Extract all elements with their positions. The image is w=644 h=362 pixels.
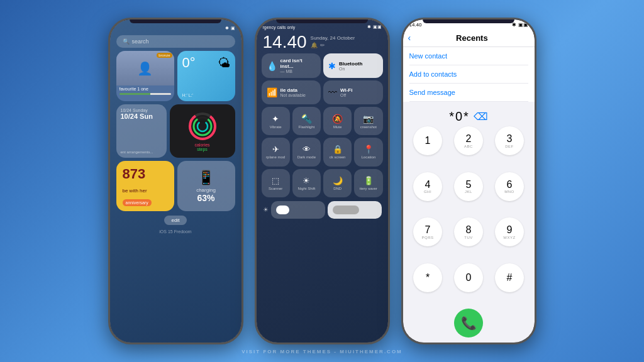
cc-btn-flashlight[interactable]: 🔦 Flashlight <box>292 107 321 135</box>
call-button[interactable]: 📞 <box>454 309 483 337</box>
cc-tile-bluetooth[interactable]: ✱ Bluetooth On <box>323 53 383 78</box>
fitness-ring <box>187 111 218 141</box>
key-3[interactable]: 3 DEF <box>495 126 524 155</box>
cc-tile-data-text: card isn't inst... — MB <box>280 58 316 74</box>
flashlight-label: Flashlight <box>299 125 315 129</box>
bt-title: Bluetooth <box>339 61 362 67</box>
delete-button[interactable]: ⌫ <box>474 111 488 123</box>
p3-time: 14.40 <box>409 22 422 28</box>
cc-brightness-controls: ☀ <box>260 200 384 220</box>
battery-percentage: 63% <box>197 193 214 203</box>
key-0-num: 0 <box>466 272 472 283</box>
key-4[interactable]: 4 GHI <box>413 172 442 201</box>
edit-icon: ✏ <box>320 42 325 48</box>
steps-label: steps <box>197 147 208 151</box>
count-number: 873 <box>123 166 168 182</box>
cc-tile-data[interactable]: 💧 card isn't inst... — MB <box>262 53 321 78</box>
back-button[interactable]: ‹ <box>408 33 411 43</box>
key-1[interactable]: 1 <box>413 126 442 155</box>
data-title: card isn't inst... <box>280 58 316 69</box>
brightness-bar-2[interactable] <box>328 201 382 219</box>
widget-photo[interactable]: 👤 bronze favourite 1 one <box>116 51 174 101</box>
brightness-low-icon: ☀ <box>263 206 269 213</box>
widget-row-3: 873 be with her anniversary 📱 charging 6… <box>114 161 238 211</box>
lockscreen-label: ck screen <box>330 155 346 159</box>
brightness-bar-1[interactable] <box>271 201 325 219</box>
search-bar[interactable]: 🔍 search <box>116 35 235 48</box>
cc-btn-battery-saver[interactable]: 🔋 ttery saver <box>354 169 382 197</box>
key-6-letters: MNO <box>504 190 514 194</box>
key-7[interactable]: 7 PQRS <box>413 217 442 246</box>
photo-badge: bronze <box>157 53 172 58</box>
cc-tile-mobile[interactable]: 📶 ile data Not available <box>262 80 321 104</box>
widget-weather[interactable]: 0° 🌤 H:' L:' <box>177 51 235 101</box>
cc-buttons-row3: ⬚ Scanner ☀ Night Shift 🌙 DND 🔋 ttery sa… <box>260 169 384 197</box>
cc-btn-nightshift[interactable]: ☀ Night Shift <box>292 169 321 197</box>
key-7-num: 7 <box>425 224 431 236</box>
calendar-sub: 10/24 Sunday <box>121 108 162 112</box>
key-2[interactable]: 2 ABC <box>454 126 483 155</box>
cc-btn-dnd[interactable]: 🌙 DND <box>323 169 352 197</box>
cc-btn-mute[interactable]: 🔕 Mute <box>323 107 352 135</box>
dialed-number: *0* <box>449 109 470 124</box>
key-6[interactable]: 6 MNO <box>495 172 524 201</box>
recents-header: ‹ Recents <box>403 30 535 47</box>
location-label: Location <box>362 155 376 159</box>
dnd-label: DND <box>333 187 341 190</box>
widget-row-2: 10/24 Sunday 10/24 Sun ent arrangements.… <box>114 104 238 158</box>
battery-saver-label: ttery saver <box>360 187 377 190</box>
widget-count[interactable]: 873 be with her anniversary <box>116 161 174 211</box>
cc-btn-screenshot[interactable]: 📷 creenshot <box>354 107 382 135</box>
cc-btn-darkmode[interactable]: 👁 Dark mode <box>292 138 321 166</box>
p3-bt-icon: ✱ <box>512 22 516 28</box>
key-star-num: * <box>426 272 430 283</box>
battery-icon: ▣ <box>231 26 235 31</box>
photo-label: favourite 1 one <box>116 85 174 92</box>
cc-btn-location[interactable]: 📍 Location <box>354 138 382 166</box>
cc-btn-vibrate[interactable]: ✦ Vibrate <box>262 107 290 135</box>
key-hash[interactable]: # <box>495 263 524 292</box>
phone-1: ✱ ▣ 🔍 search 👤 bronze favourite 1 one 0°… <box>108 18 243 344</box>
vibrate-icon: ✦ <box>272 114 279 124</box>
key-star[interactable]: * <box>413 263 442 292</box>
mute-icon: 🔕 <box>332 114 343 124</box>
key-5[interactable]: 5 JKL <box>454 172 483 201</box>
widget-calendar[interactable]: 10/24 Sunday 10/24 Sun ent arrangements.… <box>116 104 167 158</box>
edit-button[interactable]: edit <box>164 216 187 225</box>
cc-btn-lockscreen[interactable]: 🔒 ck screen <box>323 138 352 166</box>
key-9-num: 9 <box>507 224 513 236</box>
widget-fitness[interactable]: calories steps <box>170 104 235 158</box>
cc-tile-wifi[interactable]: 〰 Wi-Fi Off <box>323 80 383 104</box>
add-to-contacts-action[interactable]: Add to contacts <box>409 65 528 84</box>
mobile-title: ile data <box>280 87 306 93</box>
key-8[interactable]: 8 TUV <box>454 217 483 246</box>
new-contact-action[interactable]: New contact <box>409 47 528 65</box>
cc-btn-scanner[interactable]: ⬚ Scanner <box>262 169 290 197</box>
key-8-num: 8 <box>466 224 472 236</box>
brightness-fill <box>276 206 289 214</box>
key-2-letters: ABC <box>464 145 473 148</box>
phone1-statusbar: ✱ ▣ <box>114 25 238 32</box>
battery-saver-icon: 🔋 <box>364 176 374 185</box>
weather-hl: H:' L:' <box>182 93 230 97</box>
count-label: be with her <box>123 188 168 194</box>
key-7-letters: PQRS <box>421 236 433 239</box>
key-2-num: 2 <box>466 133 472 145</box>
phone-2: rgency calls only ✱ ▣▣ 14.40 Sunday, 24 … <box>255 18 390 344</box>
key-0[interactable]: 0 <box>454 263 483 292</box>
widget-battery[interactable]: 📱 charging 63% <box>177 161 235 211</box>
calendar-event: ent arrangements... <box>121 150 162 154</box>
data-sub: — MB <box>280 69 316 74</box>
send-message-action[interactable]: Send message <box>409 84 528 102</box>
phone3-statusbar: 14.40 ✱ ▣▣ <box>403 19 535 30</box>
wifi-title: Wi-Fi <box>340 87 352 93</box>
lockscreen-icon: 🔒 <box>333 145 343 154</box>
cc-buttons-row1: ✦ Vibrate 🔦 Flashlight 🔕 Mute 📷 creensho… <box>260 107 384 135</box>
key-9[interactable]: 9 WXYZ <box>495 217 524 246</box>
dialer: *0* ⌫ 1 2 ABC 3 DEF 4 GHI <box>403 102 535 343</box>
photo-progress <box>119 93 171 95</box>
cc-tile-mobile-text: ile data Not available <box>280 87 306 97</box>
cc-btn-airplane[interactable]: ✈ rplane mod <box>262 138 290 166</box>
scanner-label: Scanner <box>269 187 282 190</box>
wifi-sub: Off <box>340 93 352 97</box>
